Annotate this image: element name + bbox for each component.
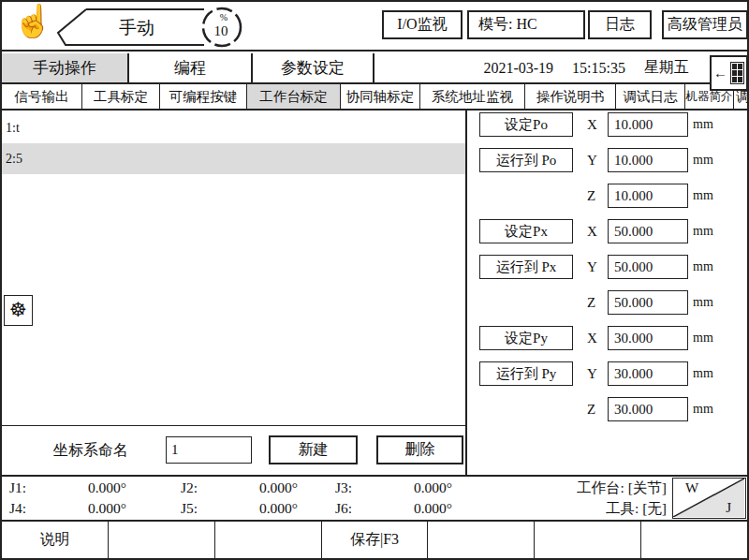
subtab-debug-log[interactable]: 调试日志 bbox=[616, 84, 685, 109]
axis-label: Z bbox=[587, 295, 599, 311]
tab-programming[interactable]: 编程 bbox=[129, 53, 253, 82]
robot-controller-screen: ☝ % 10 手动 I/O监视 模号: HC 日志 高级管理员 手动操作 编程 … bbox=[0, 0, 749, 560]
coord-group-px: 设定Px 运行到 Px X 50.000 mm Y 50.000 mm Z 50… bbox=[467, 217, 749, 324]
joint-name: J1: bbox=[9, 479, 47, 496]
model-number-button[interactable]: 模号: HC bbox=[467, 10, 585, 39]
py-z-input[interactable]: 30.000 bbox=[608, 397, 688, 421]
axis-label: Z bbox=[587, 402, 599, 418]
subtab-tool-calibration[interactable]: 工具标定 bbox=[82, 84, 160, 109]
joint-frame-letter: J bbox=[726, 500, 731, 516]
world-joint-toggle[interactable]: W J bbox=[672, 478, 746, 519]
subtab-operation-manual[interactable]: 操作说明书 bbox=[525, 84, 616, 109]
unit-label: mm bbox=[693, 117, 713, 132]
joint-name: J5: bbox=[181, 500, 218, 517]
unit-label: mm bbox=[693, 366, 713, 381]
unit-label: mm bbox=[693, 295, 713, 310]
delete-button[interactable]: 删除 bbox=[376, 435, 463, 464]
axis-label: X bbox=[587, 331, 599, 346]
joint-name: J2: bbox=[181, 479, 218, 496]
list-item[interactable]: 1:t bbox=[2, 112, 465, 143]
log-button[interactable]: 日志 bbox=[588, 10, 652, 39]
axis-label: X bbox=[587, 117, 599, 133]
virtual-keyboard-toggle[interactable]: ← bbox=[710, 55, 748, 91]
po-y-input[interactable]: 10.000 bbox=[608, 148, 688, 172]
fkey-3[interactable] bbox=[215, 522, 322, 558]
fkey-7[interactable] bbox=[641, 522, 747, 558]
subtab-coaxis-calibration[interactable]: 协同轴标定 bbox=[341, 84, 420, 109]
axis-label: X bbox=[587, 224, 599, 240]
subtab-workbench-calibration[interactable]: 工作台标定 bbox=[247, 84, 341, 109]
joint-value: 0.000° bbox=[47, 500, 126, 517]
joint-value: 0.000° bbox=[373, 500, 452, 517]
world-frame-letter: W bbox=[685, 480, 698, 496]
joint-name: J4: bbox=[9, 500, 47, 517]
tab-parameter-settings[interactable]: 参数设定 bbox=[253, 53, 374, 82]
po-z-input[interactable]: 10.000 bbox=[608, 184, 688, 208]
sub-tab-bar: 信号输出 工具标定 可编程按键 工作台标定 协同轴标定 系统地址监视 操作说明书… bbox=[2, 84, 747, 111]
axis-label: Z bbox=[587, 188, 599, 204]
unit-label: mm bbox=[693, 224, 713, 239]
coordinate-name-input[interactable]: 1 bbox=[166, 436, 252, 464]
fkey-2[interactable] bbox=[109, 522, 215, 558]
px-x-input[interactable]: 50.000 bbox=[608, 219, 688, 243]
run-to-px-button[interactable]: 运行到 Px bbox=[479, 255, 573, 279]
coord-group-py: 设定Py 运行到 Py X 30.000 mm Y 30.000 mm Z 30… bbox=[467, 324, 749, 431]
py-x-input[interactable]: 30.000 bbox=[608, 326, 688, 350]
date-text: 2021-03-19 bbox=[483, 60, 553, 77]
unit-label: mm bbox=[693, 153, 713, 168]
unit-label: mm bbox=[693, 188, 713, 203]
coordinate-panel: 设定Po 运行到 Po X 10.000 mm Y 10.000 mm Z 10… bbox=[467, 111, 749, 425]
list-item-selected[interactable]: 2:5 bbox=[2, 143, 465, 174]
datetime-display: 2021-03-19 15:15:35 星期五 bbox=[483, 53, 747, 82]
fkey-5[interactable] bbox=[428, 522, 535, 558]
new-button[interactable]: 新建 bbox=[269, 435, 358, 464]
joint-name: J3: bbox=[335, 479, 373, 496]
coordinate-system-list: 1:t 2:5 bbox=[2, 111, 467, 425]
px-z-input[interactable]: 50.000 bbox=[608, 290, 688, 315]
run-to-po-button[interactable]: 运行到 Po bbox=[479, 148, 573, 172]
coordinate-name-label: 坐标系命名 bbox=[53, 441, 128, 461]
top-bar: ☝ % 10 手动 I/O监视 模号: HC 日志 高级管理员 bbox=[2, 2, 747, 52]
wheel-icon: ☸ bbox=[9, 301, 27, 320]
fkey-6[interactable] bbox=[535, 522, 641, 558]
function-key-bar: 说明 保存|F3 bbox=[2, 520, 747, 558]
io-monitor-button[interactable]: I/O监视 bbox=[382, 10, 463, 39]
frame-status: 工作台: [关节] 工具: [无] bbox=[577, 478, 667, 519]
axis-label: Y bbox=[587, 259, 599, 275]
fkey-save-f3[interactable]: 保存|F3 bbox=[322, 522, 429, 558]
axis-label: Y bbox=[587, 153, 599, 169]
joint-value: 0.000° bbox=[47, 479, 126, 496]
mode-label: 手动 bbox=[119, 18, 154, 37]
workbench-frame-label: 工作台: [关节] bbox=[577, 478, 667, 498]
weekday-text: 星期五 bbox=[644, 58, 689, 78]
subtab-programmable-keys[interactable]: 可编程按键 bbox=[160, 84, 247, 109]
admin-role-button[interactable]: 高级管理员 bbox=[662, 10, 748, 39]
joint-value: 0.000° bbox=[218, 479, 298, 496]
time-text: 15:15:35 bbox=[572, 60, 625, 77]
axis-label: Y bbox=[587, 366, 599, 382]
mode-banner: % 10 手动 bbox=[52, 4, 255, 51]
joint-row-2: J4: 0.000° J5: 0.000° J6: 0.000° bbox=[9, 498, 452, 519]
unit-label: mm bbox=[693, 259, 713, 274]
unit-label: mm bbox=[693, 402, 713, 417]
run-to-py-button[interactable]: 运行到 Py bbox=[479, 361, 573, 386]
py-y-input[interactable]: 30.000 bbox=[608, 361, 688, 386]
set-po-button[interactable]: 设定Po bbox=[479, 112, 573, 137]
coord-group-po: 设定Po 运行到 Po X 10.000 mm Y 10.000 mm Z 10… bbox=[467, 111, 749, 217]
speed-unit: % bbox=[220, 12, 228, 22]
tab-manual-operation[interactable]: 手动操作 bbox=[2, 53, 129, 82]
main-tab-bar: 手动操作 编程 参数设定 2021-03-19 15:15:35 星期五 bbox=[2, 53, 747, 84]
px-y-input[interactable]: 50.000 bbox=[608, 255, 688, 279]
set-px-button[interactable]: 设定Px bbox=[479, 219, 573, 243]
joint-value: 0.000° bbox=[218, 500, 298, 517]
jog-wheel-button[interactable]: ☸ bbox=[4, 295, 33, 326]
fkey-help[interactable]: 说明 bbox=[2, 522, 109, 558]
po-x-input[interactable]: 10.000 bbox=[608, 112, 688, 137]
subtab-system-address-monitor[interactable]: 系统地址监视 bbox=[420, 84, 525, 109]
tool-frame-label: 工具: [无] bbox=[577, 498, 667, 519]
joint-name: J6: bbox=[335, 500, 373, 517]
set-py-button[interactable]: 设定Py bbox=[479, 326, 573, 350]
manual-hand-icon: ☝ bbox=[13, 6, 52, 37]
subtab-signal-output[interactable]: 信号输出 bbox=[2, 84, 82, 109]
status-bar: J1: 0.000° J2: 0.000° J3: 0.000° J4: 0.0… bbox=[2, 475, 747, 520]
